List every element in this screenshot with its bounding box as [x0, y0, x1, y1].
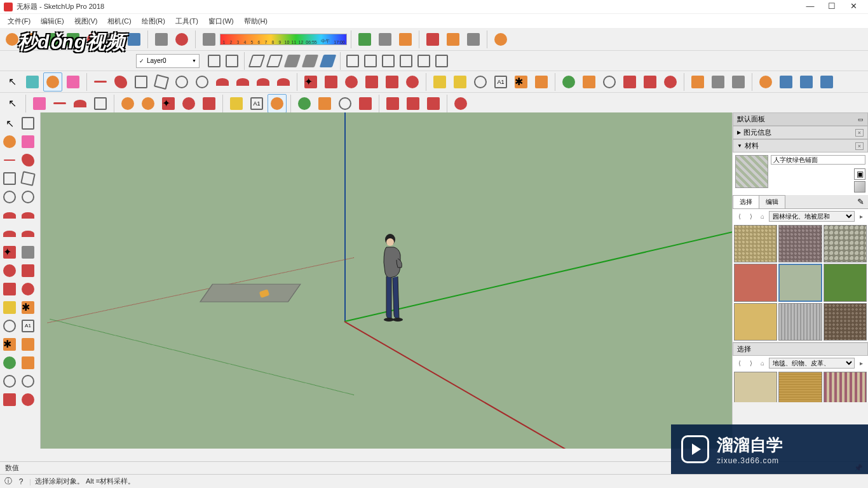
menu-camera[interactable]: 相机(C) — [102, 15, 136, 27]
book1-button[interactable] — [152, 30, 171, 49]
mat-thumb-carpet-beige[interactable] — [734, 372, 777, 402]
material-name-input[interactable] — [771, 155, 865, 165]
paint-tool-button[interactable] — [43, 72, 62, 92]
lt-tape[interactable] — [1, 299, 18, 316]
menu-window[interactable]: 窗口(W) — [203, 15, 239, 27]
menu-edit[interactable]: 编辑(E) — [36, 15, 69, 27]
material-preview-swatch[interactable] — [735, 155, 768, 188]
tab-select[interactable]: 选择 — [733, 195, 759, 208]
wh4-button[interactable] — [451, 94, 470, 113]
ext2-button[interactable] — [444, 30, 463, 49]
home-icon[interactable]: ⌂ — [757, 212, 768, 222]
lt-component[interactable] — [20, 115, 36, 132]
zoom-extents-button[interactable] — [641, 72, 660, 92]
lt-protractor[interactable] — [1, 318, 18, 334]
warehouse1-button[interactable] — [355, 30, 374, 49]
menu-tools[interactable]: 工具(T) — [170, 15, 203, 27]
lib-menu2-icon[interactable]: ▸ — [856, 358, 866, 369]
line2-button[interactable] — [50, 94, 69, 113]
wh1-button[interactable] — [383, 94, 402, 113]
lt-rotate[interactable] — [1, 262, 18, 279]
mat-thumb-pebble[interactable] — [824, 225, 867, 262]
material-library-select-2[interactable]: 地毯、织物、皮革、 — [769, 358, 855, 369]
mat-thumb-gravel-dark[interactable] — [778, 225, 822, 262]
scale-button[interactable] — [383, 72, 402, 92]
lt-arc2[interactable] — [20, 207, 36, 224]
mat-thumb-carpet-gold[interactable] — [778, 372, 822, 402]
print-button[interactable] — [104, 30, 123, 49]
look-around-button[interactable] — [709, 72, 728, 92]
view-iso-button[interactable] — [206, 53, 222, 69]
mat-thumb-green-herringbone[interactable] — [778, 264, 822, 301]
wh2-button[interactable] — [403, 94, 423, 113]
arc-tool2-button[interactable] — [71, 94, 90, 113]
lt-offset[interactable] — [20, 281, 36, 297]
create-material-button[interactable]: ▣ — [854, 168, 865, 180]
export-button[interactable] — [84, 30, 103, 49]
lt-line[interactable] — [1, 152, 18, 168]
lt-scale[interactable] — [1, 281, 18, 297]
line-tool-button[interactable] — [91, 72, 110, 92]
arc2-button[interactable] — [233, 72, 252, 92]
freehand-tool-button[interactable] — [111, 72, 130, 92]
materials-header[interactable]: ▼ 材料 × — [733, 139, 868, 152]
style5-button[interactable] — [320, 53, 336, 69]
warehouse2-button[interactable] — [376, 30, 395, 49]
lt-zoomwin[interactable] — [20, 373, 36, 390]
lt-zoom[interactable] — [1, 373, 18, 390]
select-section-header[interactable]: 选择 — [733, 342, 868, 356]
eraser2-button[interactable] — [30, 94, 49, 113]
lt-eraser[interactable] — [20, 133, 36, 150]
scale2-button[interactable] — [200, 94, 219, 113]
materials-close[interactable]: × — [855, 142, 864, 150]
eraser-tool-button[interactable] — [64, 72, 83, 92]
ext3-button[interactable] — [464, 30, 483, 49]
ext1-button[interactable] — [423, 30, 442, 49]
minimize-button[interactable]: — — [799, 0, 821, 14]
lt-rect[interactable] — [1, 170, 18, 187]
default-panel-header[interactable]: 默认面板 ▭ — [733, 112, 868, 126]
lt-pan[interactable] — [20, 355, 36, 371]
component-tool-button[interactable] — [23, 72, 42, 92]
lt-follow[interactable] — [20, 262, 36, 279]
wh3-button[interactable] — [424, 94, 443, 113]
save-file-button[interactable] — [43, 30, 62, 49]
lt-pushpull[interactable] — [20, 244, 36, 261]
pan2-button[interactable] — [315, 94, 334, 113]
section-display-button[interactable] — [776, 72, 796, 92]
lib-menu-icon[interactable]: ▸ — [856, 212, 866, 222]
info-icon[interactable]: ⓘ — [4, 477, 13, 486]
circle-tool-button[interactable] — [172, 72, 191, 92]
lt-circle[interactable] — [1, 189, 18, 205]
lt-zoomext[interactable] — [1, 391, 18, 408]
polygon2-button[interactable] — [139, 94, 158, 113]
3dtext-button[interactable] — [532, 72, 551, 92]
menu-file[interactable]: 文件(F) — [3, 15, 36, 27]
lt-arc[interactable] — [1, 207, 18, 224]
section-fill-button[interactable] — [817, 72, 836, 92]
rect2-button[interactable] — [91, 94, 110, 113]
default-material-button[interactable] — [854, 181, 865, 193]
entity-info-header[interactable]: ▶ 图元信息 × — [733, 126, 868, 139]
house-back-button[interactable] — [416, 53, 432, 69]
walk-button[interactable] — [729, 72, 748, 92]
zoom-extents2-button[interactable] — [356, 94, 375, 113]
lt-prev[interactable] — [20, 391, 36, 408]
pushpull-button[interactable] — [322, 72, 341, 92]
lt-rotrect[interactable] — [20, 170, 36, 187]
collapse-icon[interactable]: ▭ — [858, 116, 864, 123]
nav2-fwd-icon[interactable]: ⟩ — [746, 358, 756, 369]
position-camera-button[interactable] — [688, 72, 707, 92]
mat-thumb-sand[interactable] — [734, 303, 777, 341]
zoom2-button[interactable] — [336, 94, 355, 113]
tab-edit[interactable]: 编辑 — [759, 195, 785, 208]
mat-thumb-gravel[interactable] — [734, 225, 777, 262]
dimension-button[interactable] — [451, 72, 470, 92]
orbit2-button[interactable] — [295, 94, 314, 113]
zoom-button[interactable] — [600, 72, 619, 92]
rect-tool-button[interactable] — [132, 72, 151, 92]
rotated-rect-button[interactable] — [152, 72, 171, 92]
nav2-back-icon[interactable]: ⟨ — [735, 358, 745, 369]
select-tool-button[interactable]: ↖ — [3, 72, 22, 92]
tape-button[interactable] — [430, 72, 449, 92]
